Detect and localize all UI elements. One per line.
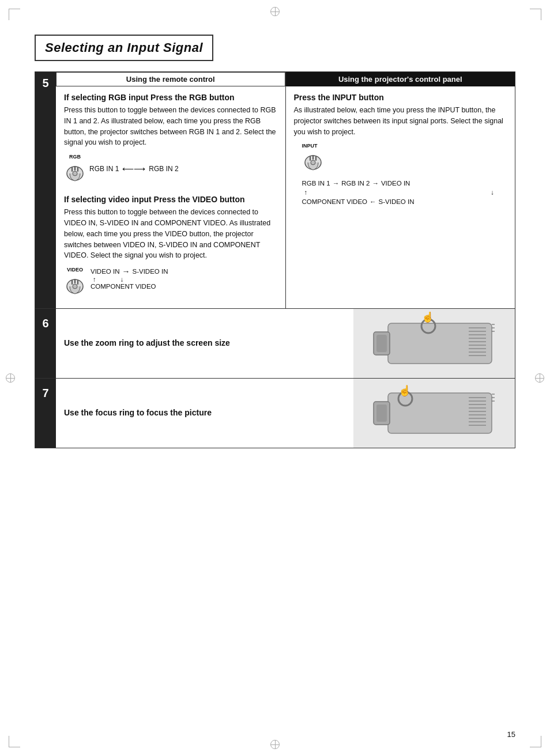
step-5-content: Using the remote control If selecting RG… xyxy=(56,72,515,308)
input-heading: Press the INPUT button xyxy=(294,92,507,103)
corner-tl xyxy=(9,9,20,20)
projector-focus-svg: ☝ xyxy=(359,381,509,445)
rgb-heading: If selecting RGB input Press the RGB but… xyxy=(64,92,277,103)
reg-right xyxy=(535,373,544,383)
projector-zoom-svg: ☝ xyxy=(359,312,509,375)
flow-component: COMPONENT VIDEO xyxy=(302,198,368,205)
flow-video: VIDEO IN xyxy=(381,180,410,187)
video-in-label: VIDEO IN xyxy=(91,268,119,275)
corner-br xyxy=(530,736,541,747)
s-video-in-label: S-VIDEO IN xyxy=(132,268,168,275)
input-label: INPUT xyxy=(302,143,499,149)
remote-control-body: If selecting RGB input Press the RGB but… xyxy=(56,92,285,297)
svg-rect-15 xyxy=(388,323,492,364)
page-number: 15 xyxy=(507,730,515,739)
rgb-label: RGB xyxy=(69,154,81,160)
projector-focus-image: ☝ xyxy=(359,381,509,445)
step-6-content: Use the zoom ring to adjust the screen s… xyxy=(56,309,353,378)
video-flow: VIDEO IN → S-VIDEO IN ↑ ↓ COMPONENT VIDE… xyxy=(91,267,168,290)
control-panel-header: Using the projector's control panel xyxy=(286,72,515,86)
control-panel-body: Press the INPUT button As illustrated be… xyxy=(286,92,515,205)
step-7-content: Use the focus ring to focus the picture xyxy=(56,379,353,448)
page-title: Selecting an Input Signal xyxy=(45,40,203,55)
input-flow: RGB IN 1 → RGB IN 2 → VIDEO IN ↑ ↓ xyxy=(302,180,499,205)
video-body: Press this button to toggle between the … xyxy=(64,207,277,261)
rgb-hand-icon xyxy=(64,161,86,184)
svg-point-14 xyxy=(311,160,315,165)
svg-point-4 xyxy=(73,171,77,176)
remote-control-header: Using the remote control xyxy=(56,72,285,86)
component-video-label: COMPONENT VIDEO xyxy=(91,283,156,290)
step-7-label: Use the focus ring to focus the picture xyxy=(64,407,212,419)
video-heading: If selecting video input Press the VIDEO… xyxy=(64,194,277,205)
svg-text:☝: ☝ xyxy=(398,384,412,397)
reg-left xyxy=(6,373,15,383)
svg-rect-34 xyxy=(376,405,387,422)
video-hand-icon xyxy=(64,274,86,297)
step-6-badge: 6 xyxy=(35,309,56,378)
step-7-section: 7 Use the focus ring to focus the pictur… xyxy=(35,379,515,448)
rgb-in2-label: RGB IN 2 xyxy=(149,165,178,173)
reg-top xyxy=(269,6,281,17)
step-5-right: Using the projector's control panel Pres… xyxy=(286,72,515,308)
video-diagram: VIDEO xyxy=(64,267,277,297)
step-5-section: 5 Using the remote control If selecting … xyxy=(35,71,515,309)
rgb-arrow: ⟵⟶ xyxy=(122,164,145,173)
rgb-body: Press this button to toggle between the … xyxy=(64,105,277,148)
step-6-label: Use the zoom ring to adjust the screen s… xyxy=(64,338,230,349)
rgb-diagram: RGB RG xyxy=(64,154,277,184)
step-6-image: ☝ xyxy=(353,309,515,378)
flow-rgb1: RGB IN 1 xyxy=(302,180,330,187)
step-5-columns: Using the remote control If selecting RG… xyxy=(56,72,515,308)
reg-bottom xyxy=(269,739,281,750)
step-6-section: 6 Use the zoom ring to adjust the screen… xyxy=(35,309,515,379)
corner-tr xyxy=(530,9,541,20)
input-diagram: INPUT xyxy=(294,143,507,205)
flow-rgb2: RGB IN 2 xyxy=(341,180,370,187)
rgb-in1-label: RGB IN 1 xyxy=(89,165,119,173)
svg-point-9 xyxy=(73,284,77,289)
input-body: As illustrated below, each time you pres… xyxy=(294,105,507,137)
flow-svideo: S-VIDEO IN xyxy=(379,198,415,205)
corner-bl xyxy=(9,736,20,747)
page-title-box: Selecting an Input Signal xyxy=(35,35,213,61)
step-5-badge: 5 xyxy=(35,72,56,308)
step-7-badge: 7 xyxy=(35,379,56,448)
video-label: VIDEO xyxy=(67,267,83,273)
svg-rect-17 xyxy=(376,335,387,352)
svg-rect-32 xyxy=(388,393,492,433)
svg-text:☝: ☝ xyxy=(421,312,435,323)
input-hand-icon xyxy=(302,150,324,173)
step-7-image: ☝ xyxy=(353,379,515,448)
step-5-left: Using the remote control If selecting RG… xyxy=(56,72,286,308)
projector-zoom-image: ☝ xyxy=(359,312,509,375)
